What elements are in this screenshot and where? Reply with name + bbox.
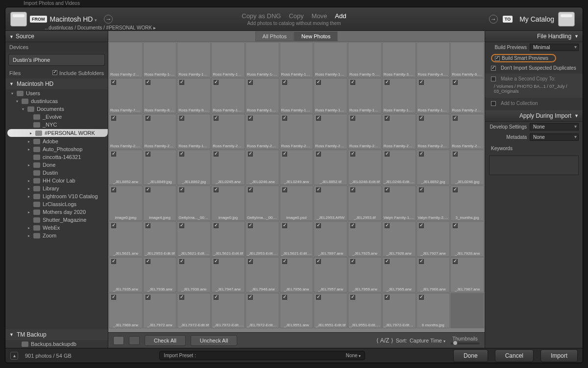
thumbnail-checkbox[interactable] [146, 259, 150, 264]
thumbnail-cell[interactable]: _JEL8852.tif [314, 150, 347, 185]
thumbnail-cell[interactable]: _JEL2953-Edit.tif [143, 221, 177, 257]
thumbnail-cell[interactable]: Ross Family-23.jpg [245, 114, 279, 149]
thumbnail-checkbox[interactable] [453, 223, 458, 228]
tree-row[interactable]: Backups.backupdb [5, 340, 108, 348]
thumbnail-cell[interactable]: 3_months.jpg [450, 185, 484, 221]
thumbnail-cell[interactable]: _JEL7972-Edit_2.jpg [382, 293, 416, 328]
thumbnail-cell[interactable]: Ross Family-13-Edit.tif [211, 42, 245, 78]
thumbnail-checkbox[interactable] [214, 187, 219, 192]
grid-view-icon[interactable] [113, 336, 124, 345]
tree-row[interactable]: ▾dustinlucas [5, 97, 108, 105]
check-all-button[interactable]: Check All [145, 335, 186, 346]
thumbnail-cell[interactable]: _JEL0246-Edit.tif [348, 150, 382, 185]
arrow-right-icon[interactable]: → [489, 15, 498, 24]
thumbnail-cell[interactable]: Ross Family-22.jpg [211, 114, 245, 149]
sort-dropdown[interactable]: Capture Time ▾ [410, 338, 445, 343]
thumbnail-checkbox[interactable] [316, 223, 321, 228]
thumbnail-checkbox[interactable] [179, 152, 184, 157]
thumbnail-checkbox[interactable] [282, 223, 287, 228]
thumbnail-cell[interactable]: _JEL7948.arw [245, 257, 279, 292]
loupe-view-icon[interactable] [129, 336, 140, 345]
thumbnail-checkbox[interactable] [248, 295, 253, 300]
thumbnail-checkbox[interactable] [248, 187, 253, 192]
thumbnail-cell[interactable]: _JEL2953.tif [348, 185, 382, 221]
thumbnail-checkbox[interactable] [111, 259, 116, 264]
tab-all-photos[interactable]: All Photos [255, 31, 294, 41]
thumbnail-cell[interactable]: image0.jpeg [109, 185, 143, 221]
thumbnail-checkbox[interactable] [111, 223, 116, 228]
thumbnail-cell[interactable]: _JEL7969.arw [109, 293, 143, 328]
thumbnail-checkbox[interactable] [316, 116, 321, 121]
thumbnail-checkbox[interactable] [214, 80, 219, 85]
include-subfolders-checkbox[interactable]: Include Subfolders [52, 70, 104, 76]
thumbnail-cell[interactable]: _JEL0246-Edit.jpg [382, 150, 416, 185]
thumbnail-cell[interactable]: Ross Family-6.jpg [450, 42, 484, 78]
thumbnail-checkbox[interactable] [453, 187, 458, 192]
thumbnail-cell[interactable]: image4.jpeg [143, 185, 177, 221]
thumbnail-cell[interactable]: _JEL5621.arw [109, 221, 143, 257]
thumbnail-checkbox[interactable] [316, 80, 321, 85]
thumbnail-cell[interactable]: Ross Family-13.jpg [314, 78, 347, 113]
volume-header-2[interactable]: ▼TM Backup [5, 329, 108, 340]
file-handling-header[interactable]: File Handling▼ [485, 31, 583, 42]
thumbnail-cell[interactable]: _JEL7967.arw [450, 257, 484, 292]
thumbnail-checkbox[interactable] [282, 295, 287, 300]
thumbnail-cell[interactable]: Ross Family-1-Edit.tif [143, 42, 177, 78]
tree-row[interactable]: cincotta-146321 [5, 153, 108, 161]
thumbnail-checkbox[interactable] [146, 152, 150, 157]
thumbnail-checkbox[interactable] [179, 187, 184, 192]
thumbnail-checkbox[interactable] [350, 295, 355, 300]
thumbnail-checkbox[interactable] [214, 223, 219, 228]
thumbnail-cell[interactable]: _JEL7972.arw [143, 293, 177, 328]
tree-row[interactable]: ▸Lightroom V10 Catalog [5, 192, 108, 200]
no-duplicates-checkbox[interactable]: Don't Import Suspected Duplicates [485, 64, 583, 72]
thumbnail-cell[interactable]: _JEL9551-Edit.tif [314, 293, 347, 328]
thumbnail-cell[interactable]: _JEL7936.arw [143, 257, 177, 292]
thumbnail-checkbox[interactable] [214, 295, 219, 300]
thumbnail-cell[interactable]: Valyn Family-2.jpg [416, 185, 450, 221]
thumbnail-cell[interactable]: _JEL7959.arw [348, 257, 382, 292]
thumbnail-checkbox[interactable] [179, 80, 184, 85]
thumbnail-checkbox[interactable] [316, 152, 321, 157]
thumbnail-checkbox[interactable] [453, 152, 458, 157]
import-mode-move[interactable]: Move [312, 12, 327, 20]
thumbnail-cell[interactable]: _JEL8862.jpg [177, 150, 211, 185]
tree-row[interactable]: _NYC [5, 121, 108, 129]
thumbnail-cell[interactable]: Ross Family-5.jpg [348, 42, 382, 78]
thumbnail-cell[interactable]: Ross Family-11.jpg [245, 78, 279, 113]
thumbnail-checkbox[interactable] [146, 80, 150, 85]
thumbnail-cell[interactable] [450, 293, 484, 328]
tree-row[interactable]: ▸HH Color Lab [5, 177, 108, 184]
thumbnail-checkbox[interactable] [350, 259, 355, 264]
thumbnail-checkbox[interactable] [248, 116, 253, 121]
thumbnail-cell[interactable]: _JEL5621-Edit.tif [211, 221, 245, 257]
thumbnail-cell[interactable]: _JEL8849.jpg [143, 150, 177, 185]
tree-row[interactable]: ▸Zoom [5, 232, 108, 239]
thumbnail-cell[interactable]: GettyIma..._00894.jpg [177, 185, 211, 221]
tree-row[interactable]: _Evolve [5, 113, 108, 121]
thumbnail-cell[interactable]: Ross Family-9.jpg [177, 78, 211, 113]
thumbnail-cell[interactable]: _JEL0246.jpg [450, 150, 484, 185]
thumbnail-checkbox[interactable] [111, 295, 116, 300]
tree-row[interactable]: Dustin [5, 169, 108, 177]
thumbnail-cell[interactable]: Ross Family-29.jpg [450, 114, 484, 149]
thumbnail-checkbox[interactable] [282, 152, 287, 157]
thumbnail-cell[interactable]: Ross Family-4.jpg [416, 42, 450, 78]
thumbnail-cell[interactable]: _JEL0245.arw [211, 150, 245, 185]
done-button[interactable]: Done [453, 349, 488, 362]
thumbnail-checkbox[interactable] [248, 152, 253, 157]
thumbnail-checkbox[interactable] [350, 116, 355, 121]
thumbnail-checkbox[interactable] [419, 80, 424, 85]
thumbnail-cell[interactable]: _JEL9551-Edit.jpg [348, 293, 382, 328]
develop-settings-select[interactable]: None [530, 123, 579, 131]
tree-row[interactable]: ▾Documents [5, 105, 108, 113]
thumbnail-cell[interactable]: Ross Family-26.jpg [348, 114, 382, 149]
thumbnail-checkbox[interactable] [282, 187, 287, 192]
thumbnail-cell[interactable]: _JEL7972-Edit.jpg [211, 293, 245, 328]
thumbnail-checkbox[interactable] [214, 116, 219, 121]
thumbnail-cell[interactable]: _JEL9551.arw [280, 293, 314, 328]
thumbnail-cell[interactable]: Ross Family-13-Edit.jpg [280, 42, 314, 78]
thumbnail-cell[interactable]: Ross Family-3.jpg [382, 42, 416, 78]
thumbnail-cell[interactable]: _JEL0246.arw [245, 150, 279, 185]
thumbnail-cell[interactable]: Ross Family-27.jpg [382, 114, 416, 149]
